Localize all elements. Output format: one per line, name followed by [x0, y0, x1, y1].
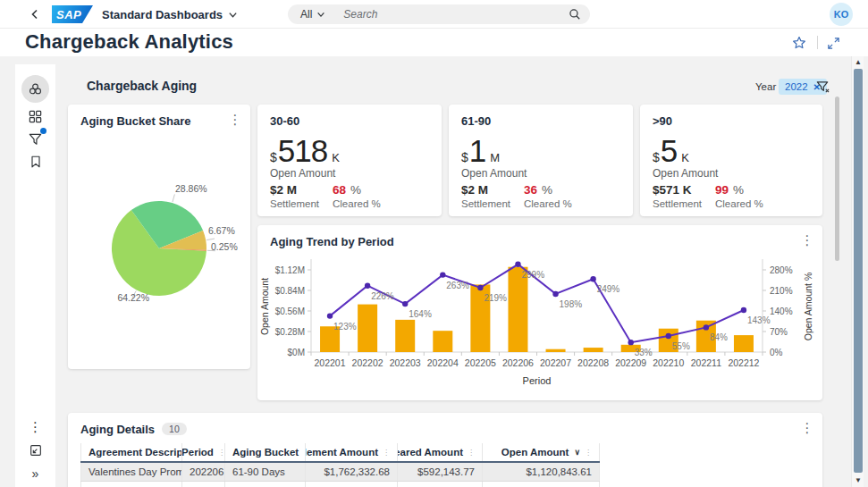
column-header-settlement-amount[interactable]: Settlement Amount⋮ — [306, 443, 398, 461]
pie-chart[interactable]: 64.22%28.86%6.67%0.25% — [68, 135, 250, 358]
svg-text:202205: 202205 — [465, 357, 496, 368]
filter-label: Year — [755, 81, 776, 92]
application-window: SAP Standard Dashboards All — [0, 0, 868, 487]
card-overflow-menu[interactable]: ⋮ — [799, 232, 815, 248]
global-search: All — [288, 4, 590, 24]
svg-text:263%: 263% — [446, 281, 469, 290]
combo-chart[interactable]: $0M$0.28M$0.56M$0.84M$1.12M0%70%140%210%… — [257, 248, 822, 399]
scroll-up-icon[interactable]: ▲ — [855, 59, 862, 66]
svg-text:226%: 226% — [371, 291, 394, 301]
svg-text:280%: 280% — [770, 265, 793, 275]
svg-text:55%: 55% — [672, 341, 690, 351]
sidebar-item-open-window[interactable] — [27, 441, 44, 458]
search-input[interactable] — [343, 8, 569, 21]
kpi-value-label: Open Amount — [461, 167, 527, 180]
scroll-down-icon[interactable]: ▼ — [855, 477, 862, 484]
svg-text:219%: 219% — [484, 293, 507, 303]
table-row[interactable]: Valentines Day Promo 202206 61-90 Days $… — [80, 463, 600, 482]
filter-clear-icon — [815, 80, 830, 95]
svg-text:70%: 70% — [770, 327, 788, 337]
sidebar-item-filter[interactable] — [27, 130, 44, 147]
sidebar-item-profile[interactable] — [21, 75, 49, 103]
column-menu-icon[interactable]: ⋮ — [585, 449, 592, 457]
column-menu-icon[interactable]: ⋮ — [218, 449, 225, 457]
left-toolbar: ⋮ » — [15, 64, 55, 487]
kpi-cleared-label: Cleared % — [524, 198, 572, 209]
app-switcher[interactable]: Standard Dashboards — [102, 7, 238, 21]
back-button[interactable] — [27, 6, 43, 22]
svg-text:123%: 123% — [333, 322, 357, 332]
card-overflow-menu[interactable]: ⋮ — [227, 112, 243, 128]
chevron-down-icon — [316, 10, 325, 19]
collaboration-icon — [28, 81, 43, 97]
table-header-row: Agreement Description⋮ Period⋮ Aging Buc… — [80, 443, 600, 463]
svg-text:198%: 198% — [560, 299, 583, 309]
search-icon[interactable] — [569, 8, 581, 21]
svg-text:6.67%: 6.67% — [208, 225, 235, 236]
kpi-value-label: Open Amount — [653, 167, 718, 180]
shell-header: SAP Standard Dashboards All — [0, 0, 868, 29]
favorite-button[interactable] — [790, 34, 808, 52]
svg-text:0.25%: 0.25% — [211, 241, 238, 252]
svg-text:202208: 202208 — [577, 357, 609, 368]
svg-text:Open Amount: Open Amount — [259, 278, 270, 335]
currency-symbol: $ — [653, 150, 660, 164]
column-header-aging-bucket[interactable]: Aging Bucket⋮ — [225, 443, 306, 461]
row-count-badge: 10 — [162, 423, 187, 435]
avatar[interactable]: KO — [830, 3, 853, 26]
fullscreen-button[interactable] — [824, 34, 842, 52]
kpi-settlement-label: Settlement — [270, 198, 319, 209]
bookmark-icon — [29, 155, 43, 169]
page-scrollbar[interactable]: ▲ ▼ — [851, 56, 864, 487]
svg-text:28.86%: 28.86% — [175, 183, 207, 194]
card-title: Aging Bucket Share — [80, 114, 191, 128]
sidebar-expand[interactable]: » — [27, 465, 44, 482]
column-menu-icon[interactable]: ⋮ — [383, 449, 390, 457]
svg-text:202212: 202212 — [728, 357, 759, 368]
sidebar-item-bookmark[interactable] — [27, 153, 44, 170]
svg-text:202204: 202204 — [427, 357, 459, 368]
section-title: Chargeback Aging — [87, 79, 197, 93]
divider — [817, 36, 818, 49]
svg-text:202202: 202202 — [352, 357, 383, 368]
column-header-period[interactable]: Period⋮ — [182, 443, 225, 461]
svg-text:$0M: $0M — [288, 348, 305, 357]
column-header-cleared-amount[interactable]: Cleared Amount⋮ — [398, 443, 483, 461]
filter-icon — [28, 131, 43, 147]
sap-logo[interactable]: SAP — [52, 5, 93, 23]
svg-text:64.22%: 64.22% — [117, 292, 149, 303]
kpi-title: 30-60 — [270, 114, 299, 128]
clear-filters-button[interactable] — [813, 78, 831, 96]
svg-text:202201: 202201 — [315, 357, 346, 368]
sidebar-overflow-menu[interactable]: ⋮ — [27, 418, 44, 435]
kpi-cleared-value: 36% — [524, 183, 552, 197]
svg-text:Open Amount %: Open Amount % — [803, 273, 813, 340]
kpi-title: >90 — [653, 114, 672, 128]
card-aging-details: Aging Details10 ⋮ Agreement Description⋮… — [68, 413, 822, 487]
page-header: Chargeback Analytics — [0, 29, 868, 56]
svg-text:143%: 143% — [747, 315, 771, 325]
card-title: Aging Trend by Period — [270, 235, 394, 248]
card-title: Aging Details10 — [80, 423, 187, 436]
avatar-initials: KO — [834, 9, 849, 20]
table-row-partial[interactable] — [80, 482, 600, 487]
svg-text:84%: 84% — [710, 332, 728, 342]
card-overflow-menu[interactable]: ⋮ — [799, 420, 815, 436]
column-header-agreement[interactable]: Agreement Description⋮ — [80, 443, 182, 461]
page-title: Chargeback Analytics — [25, 30, 233, 54]
page-scrollbar-thumb[interactable] — [854, 69, 863, 473]
kpi-cleared-label: Cleared % — [715, 198, 763, 209]
svg-text:202206: 202206 — [502, 357, 534, 368]
svg-text:Period: Period — [523, 375, 552, 386]
svg-text:$0.56M: $0.56M — [275, 306, 305, 316]
svg-text:33%: 33% — [635, 348, 653, 357]
card-aging-trend: Aging Trend by Period ⋮ $0M$0.28M$0.56M$… — [257, 225, 822, 400]
search-scope-dropdown[interactable]: All — [297, 8, 329, 21]
sidebar-item-apps[interactable] — [27, 108, 44, 125]
notification-dot — [40, 128, 46, 134]
dashboard-scrollbar-thumb[interactable] — [835, 97, 839, 261]
column-menu-icon[interactable]: ⋮ — [468, 449, 475, 457]
column-header-open-amount[interactable]: Open Amount∨⋮ — [483, 443, 600, 461]
kpi-card-gt-90: >90 $ 5 K Open Amount $571 K 99% Settlem… — [640, 105, 822, 216]
chevron-down-icon — [228, 10, 238, 20]
